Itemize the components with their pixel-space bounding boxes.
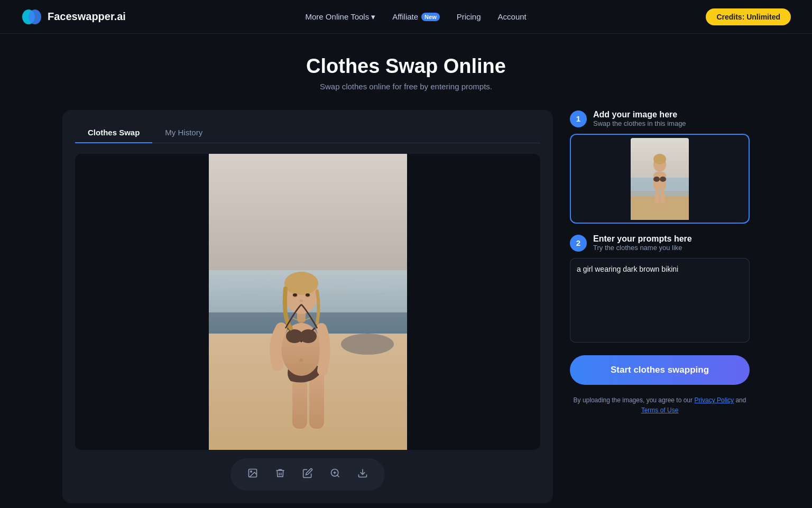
download-button[interactable]	[351, 464, 374, 485]
svg-point-1	[29, 10, 41, 24]
svg-point-8	[281, 323, 321, 376]
svg-point-5	[341, 334, 394, 355]
nav-pricing[interactable]: Pricing	[457, 12, 481, 21]
edit-icon	[302, 470, 313, 481]
step1-title: Add your image here	[593, 110, 686, 119]
svg-point-33	[653, 177, 660, 182]
svg-point-34	[660, 177, 666, 182]
chevron-down-icon: ▾	[371, 12, 375, 22]
step2-subtitle: Try the clothes name you like	[593, 244, 692, 252]
uploaded-thumbnail	[631, 138, 689, 220]
zoom-icon	[330, 470, 340, 481]
image-icon-button[interactable]	[241, 464, 264, 485]
start-swapping-button[interactable]: Start clothes swapping	[570, 355, 750, 385]
image-preview-area	[75, 154, 540, 450]
trash-icon	[275, 470, 285, 481]
svg-point-11	[300, 329, 317, 343]
terms-text: By uploading the images, you agree to ou…	[570, 395, 750, 415]
nav-affiliate[interactable]: Affiliate New	[392, 12, 440, 21]
new-badge: New	[421, 13, 440, 21]
logo-area[interactable]: Faceswapper.ai	[21, 6, 126, 27]
tab-bar: Clothes Swap My History	[75, 123, 540, 143]
prompt-textarea[interactable]: a girl wearing dark brown bikini	[570, 258, 750, 343]
step2-number: 2	[570, 235, 587, 252]
svg-point-17	[293, 293, 297, 297]
svg-point-9	[300, 358, 303, 362]
main-nav: More Online Tools ▾ Affiliate New Pricin…	[306, 12, 527, 22]
logo-text: Faceswapper.ai	[48, 11, 126, 23]
step2-title: Enter your prompts here	[593, 234, 692, 244]
edit-button[interactable]	[296, 464, 319, 485]
svg-point-14	[284, 272, 318, 295]
page-title: Clothes Swap Online	[42, 55, 770, 78]
tab-clothes-swap[interactable]: Clothes Swap	[75, 123, 152, 143]
step2-block: 2 Enter your prompts here Try the clothe…	[570, 234, 750, 345]
logo-icon	[21, 6, 42, 27]
nav-more-tools[interactable]: More Online Tools ▾	[306, 12, 376, 22]
image-icon	[247, 470, 258, 481]
preview-image	[209, 154, 407, 450]
svg-point-19	[300, 300, 303, 302]
left-panel: Clothes Swap My History	[62, 110, 553, 503]
svg-rect-35	[655, 190, 659, 204]
svg-point-18	[306, 293, 310, 297]
terms-of-use-link[interactable]: Terms of Use	[641, 407, 679, 414]
step1-subtitle: Swap the clothes in this image	[593, 119, 686, 127]
nav-account[interactable]: Account	[498, 12, 527, 21]
trash-button[interactable]	[269, 464, 292, 485]
image-toolbar	[230, 458, 385, 491]
right-panel: 1 Add your image here Swap the clothes i…	[570, 110, 750, 415]
step1-block: 1 Add your image here Swap the clothes i…	[570, 110, 750, 224]
svg-point-21	[251, 471, 252, 473]
step1-number: 1	[570, 110, 587, 127]
svg-rect-36	[660, 190, 665, 204]
svg-line-23	[337, 475, 339, 477]
tab-my-history[interactable]: My History	[152, 123, 215, 143]
credits-button[interactable]: Credits: Unlimited	[706, 8, 791, 25]
image-upload-box[interactable]	[570, 134, 750, 224]
zoom-button[interactable]	[324, 464, 347, 485]
page-subtitle: Swap clothes online for free by entering…	[42, 82, 770, 91]
privacy-policy-link[interactable]: Privacy Policy	[694, 396, 734, 404]
svg-point-31	[653, 154, 666, 164]
download-icon	[357, 470, 368, 481]
